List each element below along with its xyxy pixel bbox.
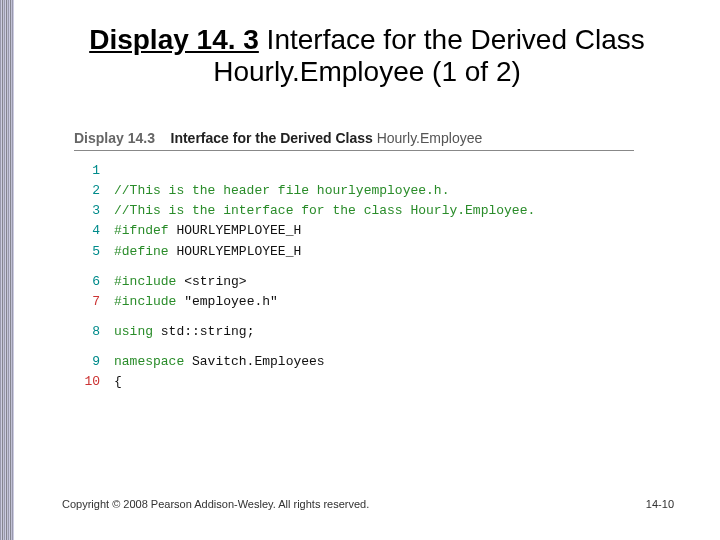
code-content: {	[114, 372, 122, 392]
code-content: //This is the header file hourlyemployee…	[114, 181, 449, 201]
code-content: using std::string;	[114, 322, 254, 342]
slide: Display 14. 3 Interface for the Derived …	[0, 0, 720, 540]
code-token: using	[114, 324, 161, 339]
code-content: #define HOURLYEMPLOYEE_H	[114, 242, 301, 262]
code-line: 2//This is the header file hourlyemploye…	[74, 181, 634, 201]
line-number: 8	[74, 322, 100, 342]
code-content: //This is the interface for the class Ho…	[114, 201, 535, 221]
code-token: #define	[114, 244, 176, 259]
code-line: 3//This is the interface for the class H…	[74, 201, 634, 221]
code-content: #ifndef HOURLYEMPLOYEE_H	[114, 221, 301, 241]
code-token: #include	[114, 274, 184, 289]
code-token: HOURLYEMPLOYEE_H	[176, 244, 301, 259]
display-header-classname: Hourly.Employee	[377, 130, 483, 146]
code-gap	[74, 342, 634, 352]
title-rest: Interface for the Derived Class Hourly.E…	[213, 24, 645, 87]
display-header: Display 14.3 Interface for the Derived C…	[74, 130, 634, 151]
code-token: //This is the header file hourlyemployee…	[114, 183, 449, 198]
code-content: #include "employee.h"	[114, 292, 278, 312]
code-line: 9namespace Savitch.Employees	[74, 352, 634, 372]
line-number: 1	[74, 161, 100, 181]
code-token: HOURLYEMPLOYEE_H	[176, 223, 301, 238]
title-display-label: Display 14. 3	[89, 24, 259, 55]
code-content: #include <string>	[114, 272, 247, 292]
code-token: #include	[114, 294, 184, 309]
code-token: //This is the interface for the class Ho…	[114, 203, 535, 218]
code-line: 7#include "employee.h"	[74, 292, 634, 312]
code-display-box: Display 14.3 Interface for the Derived C…	[74, 130, 634, 392]
code-token: #ifndef	[114, 223, 176, 238]
code-line: 4#ifndef HOURLYEMPLOYEE_H	[74, 221, 634, 241]
display-header-title: Interface for the Derived Class	[171, 130, 373, 146]
code-block: 12//This is the header file hourlyemploy…	[74, 161, 634, 392]
line-number: 7	[74, 292, 100, 312]
code-line: 10{	[74, 372, 634, 392]
code-line: 1	[74, 161, 634, 181]
code-line: 8using std::string;	[74, 322, 634, 342]
code-content: namespace Savitch.Employees	[114, 352, 325, 372]
code-token: "employee.h"	[184, 294, 278, 309]
code-line: 6#include <string>	[74, 272, 634, 292]
line-number: 5	[74, 242, 100, 262]
copyright-footer: Copyright © 2008 Pearson Addison-Wesley.…	[62, 498, 369, 510]
code-gap	[74, 262, 634, 272]
line-number: 2	[74, 181, 100, 201]
left-decorative-bar	[0, 0, 14, 540]
code-token: <string>	[184, 274, 246, 289]
code-token: namespace	[114, 354, 192, 369]
line-number: 4	[74, 221, 100, 241]
line-number: 10	[74, 372, 100, 392]
line-number: 6	[74, 272, 100, 292]
page-number: 14-10	[646, 498, 674, 510]
code-line: 5#define HOURLYEMPLOYEE_H	[74, 242, 634, 262]
line-number: 3	[74, 201, 100, 221]
code-token: std::string;	[161, 324, 255, 339]
slide-title: Display 14. 3 Interface for the Derived …	[44, 24, 690, 88]
code-token: Savitch.Employees	[192, 354, 325, 369]
code-token: {	[114, 374, 122, 389]
code-gap	[74, 312, 634, 322]
display-header-number: Display 14.3	[74, 130, 155, 146]
line-number: 9	[74, 352, 100, 372]
